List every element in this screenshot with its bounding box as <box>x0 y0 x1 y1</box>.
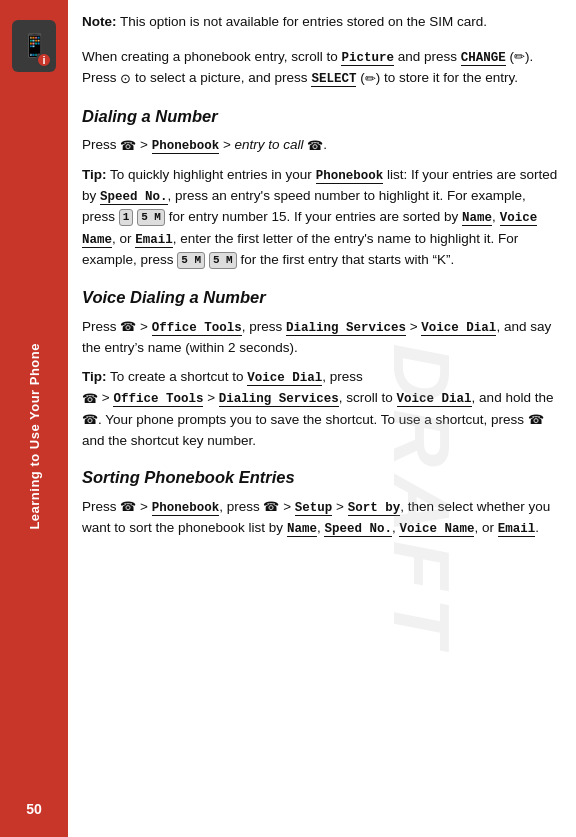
sorting-phone-sym1: ☎ <box>120 497 136 517</box>
picture-text3: ( <box>506 49 514 64</box>
sorting-text3: , press <box>219 499 263 514</box>
tip1-paragraph: Tip: To quickly highlight entries in you… <box>82 165 558 271</box>
tip1-comma1: , <box>492 209 500 224</box>
sorting-name: Name <box>287 522 317 537</box>
dialing-text1: Press <box>82 137 120 152</box>
key-5m: 5 M <box>137 209 165 226</box>
tip1-label: Tip: <box>82 167 107 182</box>
key-1: 1 <box>119 209 134 226</box>
dialing-text2: > <box>136 137 151 152</box>
picture-instruction: When creating a phonebook entry, scroll … <box>82 47 558 90</box>
voice-dial-word: Voice Dial <box>421 321 496 336</box>
voice-dial-text1: Press <box>82 319 120 334</box>
picture-text2: and press <box>394 49 461 64</box>
dialing-text4: . <box>323 137 327 152</box>
phone-icon: i <box>12 20 56 72</box>
dialing-heading: Dialing a Number <box>82 104 558 130</box>
voice-phone-sym1: ☎ <box>120 317 136 337</box>
nav-symbol: ⊙ <box>120 69 131 89</box>
sorting-speedNo: Speed No. <box>324 522 392 537</box>
tip2-text3: > <box>98 390 113 405</box>
voice-dialing-heading: Voice Dialing a Number <box>82 285 558 311</box>
voice-dialing-instruction: Press ☎ > Office Tools, press Dialing Se… <box>82 317 558 359</box>
tip1-text1: To quickly highlight entries in your <box>110 167 316 182</box>
tip2-text4: > <box>203 390 218 405</box>
sidebar: i Learning to Use Your Phone 50 <box>0 0 68 837</box>
change-word: CHANGE <box>461 51 506 66</box>
tip2-text6: , and hold the <box>472 390 554 405</box>
picture-text6: ( <box>356 70 364 85</box>
sorting-heading: Sorting Phonebook Entries <box>82 465 558 491</box>
tip1-phonebook: Phonebook <box>316 169 384 184</box>
sorting-text1: Press <box>82 499 120 514</box>
sidebar-label: Learning to Use Your Phone <box>27 343 42 530</box>
sorting-text5: > <box>332 499 347 514</box>
tip1-comma2: , or <box>112 231 135 246</box>
sorting-voicename: Voice Name <box>399 522 474 537</box>
main-content: Note: This option is not available for e… <box>68 0 576 837</box>
picture-text7: ) to store it for the entry. <box>376 70 518 85</box>
voice-dial-text2: > <box>136 319 151 334</box>
tip1-text6: for the first entry that starts with “K”… <box>237 252 455 267</box>
voice-dialing-heading-text: Voice Dialing a Number <box>82 288 266 306</box>
tip2-phone-sym1: ☎ <box>82 389 98 409</box>
tip1-speedNo: Speed No. <box>100 190 168 205</box>
dialing-phonebook: Phonebook <box>152 139 220 154</box>
tip2-text5: , scroll to <box>339 390 397 405</box>
picture-text5: to select a picture, and press <box>131 70 311 85</box>
tip2-officetools: Office Tools <box>113 392 203 407</box>
sorting-phonebook: Phonebook <box>152 501 220 516</box>
key-5m-3: 5 M <box>209 252 237 269</box>
dialing-text3: > entry to call <box>219 137 307 152</box>
select-symbol: ✏ <box>365 69 376 89</box>
dial-phone-symbol: ☎ <box>120 136 136 156</box>
dialing-instruction: Press ☎ > Phonebook > entry to call ☎. <box>82 135 558 156</box>
select-word: SELECT <box>311 72 356 87</box>
tip2-text2: , press <box>322 369 363 384</box>
note-label: Note: <box>82 14 117 29</box>
sorting-instruction: Press ☎ > Phonebook, press ☎ > Setup > S… <box>82 497 558 540</box>
tip2-phone-sym3: ☎ <box>528 410 544 430</box>
sorting-phone-sym2: ☎ <box>263 497 279 517</box>
note-block: Note: This option is not available for e… <box>82 12 558 33</box>
note-text: This option is not available for entries… <box>120 14 487 29</box>
tip2-phone-sym2: ☎ <box>82 410 98 430</box>
tip2-text8: and the shortcut key number. <box>82 433 256 448</box>
picture-word: Picture <box>341 51 394 66</box>
sorting-period: . <box>535 520 539 535</box>
info-badge: i <box>36 52 52 68</box>
change-symbol: ✏ <box>514 47 525 67</box>
sorting-text4: > <box>279 499 294 514</box>
picture-text1: When creating a phonebook entry, scroll … <box>82 49 341 64</box>
tip2-voicedial: Voice Dial <box>247 371 322 386</box>
voice-dial-text3: , press <box>242 319 286 334</box>
sorting-text2: > <box>136 499 151 514</box>
voice-dialing-services: Dialing Services <box>286 321 406 336</box>
tip2-label: Tip: <box>82 369 107 384</box>
tip2-block: Tip: To create a shortcut to Voice Dial,… <box>82 367 558 452</box>
tip1-email: Email <box>135 233 173 248</box>
tip2-text7: . Your phone prompts you to save the sho… <box>98 412 528 427</box>
key-5m-2: 5 M <box>177 252 205 269</box>
sorting-heading-text: Sorting Phonebook Entries <box>82 468 295 486</box>
tip1-name: Name <box>462 211 492 226</box>
sorting-comma3: , or <box>474 520 497 535</box>
dial-phone-symbol2: ☎ <box>307 136 323 156</box>
sorting-sortby: Sort by <box>348 501 401 516</box>
voice-dial-text4: > <box>406 319 421 334</box>
tip1-block: Tip: To quickly highlight entries in you… <box>82 165 558 271</box>
tip2-text1: To create a shortcut to <box>110 369 247 384</box>
page-number: 50 <box>26 801 42 817</box>
tip2-paragraph: Tip: To create a shortcut to Voice Dial,… <box>82 367 558 452</box>
note-paragraph: Note: This option is not available for e… <box>82 12 558 33</box>
voice-office-tools: Office Tools <box>152 321 242 336</box>
tip2-dialingservices: Dialing Services <box>219 392 339 407</box>
tip2-voicedial2: Voice Dial <box>397 392 472 407</box>
dialing-heading-text: Dialing a Number <box>82 107 218 125</box>
sorting-setup: Setup <box>295 501 333 516</box>
tip1-text4: for entry number 15. If your entries are… <box>165 209 462 224</box>
sorting-email: Email <box>498 522 536 537</box>
